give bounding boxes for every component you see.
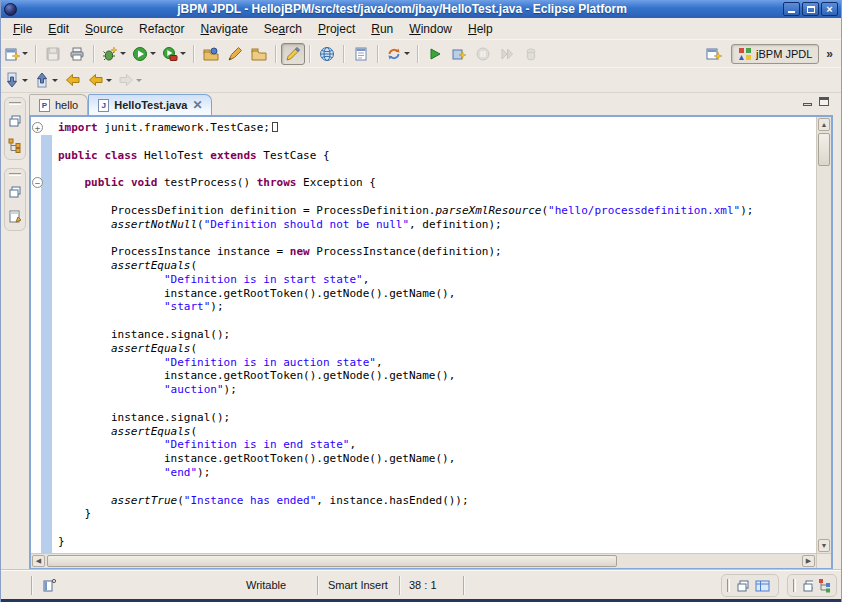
menu-project[interactable]: Project [310,20,363,38]
dropdown-arrow-icon [404,52,410,55]
menu-window[interactable]: Window [401,20,460,38]
code-line [58,190,816,204]
debug-button[interactable] [99,43,129,65]
drag-handle[interactable] [727,579,730,592]
perspective-chevron[interactable]: » [824,47,835,61]
external-tools-button[interactable] [159,43,189,65]
code-line: "Definition is in start state", [58,273,816,287]
highlight-toggle-button[interactable] [281,43,305,65]
process-tree-icon[interactable] [7,137,23,153]
expand-fold-icon[interactable]: + [32,122,43,133]
synchronize-button[interactable] [383,43,413,65]
menu-refactor[interactable]: Refactor [131,20,192,38]
code-line: assertEquals( [58,425,816,439]
scroll-down-icon[interactable]: ▼ [818,539,830,552]
menu-edit[interactable]: Edit [40,20,77,38]
restore-icon[interactable] [735,578,750,593]
last-edit-location-icon [65,72,81,88]
deploy-button[interactable] [223,43,247,65]
code-line: "Definition is in auction state", [58,356,816,370]
file-type-icon: P [39,99,50,112]
last-edit-location-button[interactable] [61,69,85,91]
horizontal-scrollbar[interactable]: ◀ ▶ [31,553,816,568]
minimize-button[interactable] [783,2,800,16]
menu-help[interactable]: Help [460,20,501,38]
maximize-view-icon[interactable] [819,97,829,106]
status-separator [463,576,465,595]
print-button[interactable] [65,43,89,65]
vertical-scroll-thumb[interactable] [818,133,830,166]
perspective-jbpm-button[interactable]: jBPM JPDL [731,44,819,64]
dropdown-arrow-icon [150,52,156,55]
open-folder-button[interactable] [247,43,271,65]
synchronize-icon [386,46,402,62]
previous-annotation-button[interactable] [31,69,61,91]
java-editor: +− import junit.framework.TestCase;publi… [29,115,833,570]
run-button[interactable] [129,43,159,65]
scroll-left-icon[interactable]: ◀ [32,555,45,567]
menu-source[interactable]: Source [77,20,131,38]
open-process-button[interactable] [199,43,223,65]
new-wizard-button[interactable] [1,43,31,65]
maximize-button[interactable] [802,2,819,16]
web-browser-button[interactable] [315,43,339,65]
step-over-icon [499,46,515,62]
code-line: instance.getRootToken().getNode().getNam… [58,369,816,383]
minimize-icon [788,11,795,13]
menu-file[interactable]: File [5,20,40,38]
file-type-icon: J [98,99,109,112]
restore-icon[interactable] [7,113,23,129]
workbench-area: PhelloJHelloTest.java✕ +− import junit.f… [1,93,841,570]
code-line [58,397,816,411]
code-line: "Definition is in end state", [58,438,816,452]
code-line: } [58,535,816,549]
annotation-ruler[interactable]: +− [31,117,53,553]
drag-handle[interactable] [9,173,21,176]
menu-run[interactable]: Run [363,20,401,38]
menu-search[interactable]: Search [256,20,310,38]
close-tab-icon[interactable]: ✕ [192,100,202,110]
drop-frame-button [519,43,543,65]
minimize-view-icon[interactable] [803,103,812,106]
range-indicator [41,135,52,553]
restore-icon[interactable] [801,578,814,593]
dropdown-arrow-icon [52,79,58,82]
menu-navigate[interactable]: Navigate [192,20,255,38]
drag-handle[interactable] [9,102,21,105]
editor-tab-hellotest-java[interactable]: JHelloTest.java✕ [88,94,212,115]
editor-page-icon[interactable] [7,208,23,224]
open-folder-icon [251,46,267,62]
resume-button[interactable] [423,43,447,65]
table-view-icon[interactable] [755,578,770,593]
code-line: public class HelloTest extends TestCase … [58,149,816,163]
code-editor[interactable]: import junit.framework.TestCase;public c… [53,117,816,553]
vertical-scrollbar[interactable]: ▲ ▼ [816,117,831,553]
suspend-button [471,43,495,65]
scroll-up-icon[interactable]: ▲ [818,118,830,131]
title-bar[interactable]: jBPM JPDL - HellojBPM/src/test/java/com/… [1,0,841,18]
save-button [41,43,65,65]
outline-view-icon[interactable] [818,578,831,593]
save-icon [45,46,61,62]
close-button[interactable]: × [821,2,838,16]
code-line: "start"); [58,300,816,314]
forward-icon [118,72,134,88]
editor-tab-hello[interactable]: Phello [29,94,88,115]
step-wizard-button[interactable] [447,43,471,65]
task-list-button[interactable] [349,43,373,65]
scroll-right-icon[interactable]: ▶ [802,555,815,567]
main-toolbar: jBPM JPDL » [1,39,841,67]
back-button[interactable] [85,69,115,91]
dropdown-arrow-icon [22,79,28,82]
web-browser-icon [319,46,335,62]
toolbar-separator [417,45,419,63]
drag-handle[interactable] [793,579,796,592]
code-line: ProcessDefinition definition = ProcessDe… [58,204,816,218]
next-annotation-button[interactable] [1,69,31,91]
debug-icon [102,46,118,62]
task-list-icon [353,46,369,62]
open-perspective-button[interactable] [702,43,726,65]
horizontal-scroll-thumb[interactable] [47,555,617,567]
code-line: assertEquals( [58,342,816,356]
restore-icon[interactable] [7,184,23,200]
